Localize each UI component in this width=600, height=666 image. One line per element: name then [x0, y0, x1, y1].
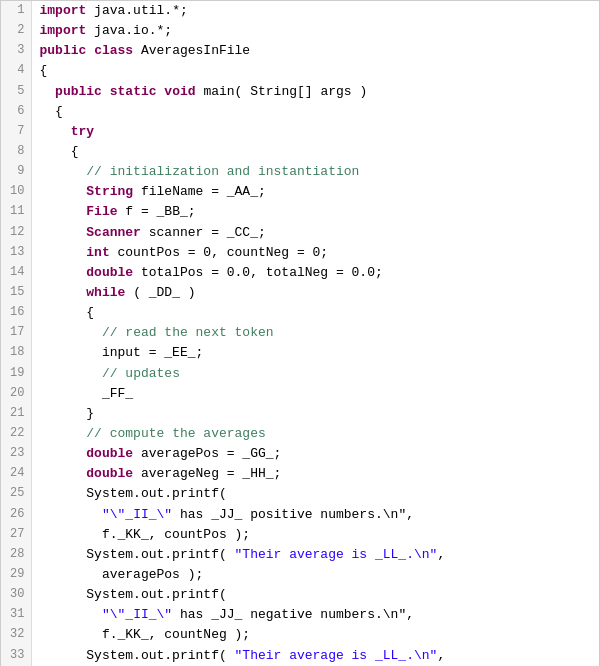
code-token	[40, 466, 87, 481]
code-table: 1import java.util.*;2import java.io.*;3p…	[1, 1, 599, 666]
line-number: 2	[1, 21, 31, 41]
table-row: 22 // compute the averages	[1, 424, 599, 444]
table-row: 2import java.io.*;	[1, 21, 599, 41]
line-number: 9	[1, 162, 31, 182]
line-number: 23	[1, 444, 31, 464]
line-code: {	[31, 142, 599, 162]
line-code: File f = _BB_;	[31, 202, 599, 222]
code-token: System.out.printf(	[40, 648, 235, 663]
code-token	[102, 84, 110, 99]
line-number: 5	[1, 82, 31, 102]
table-row: 32 f._KK_, countNeg );	[1, 625, 599, 645]
line-number: 4	[1, 61, 31, 81]
line-code: {	[31, 303, 599, 323]
line-number: 11	[1, 202, 31, 222]
table-row: 27 f._KK_, countPos );	[1, 525, 599, 545]
table-row: 17 // read the next token	[1, 323, 599, 343]
code-token: has _JJ_ positive numbers.\n",	[172, 507, 414, 522]
line-code: System.out.printf( "Their average is _LL…	[31, 646, 599, 666]
code-token: ,	[437, 648, 445, 663]
code-token: f._KK_, countPos );	[40, 527, 251, 542]
code-token: {	[40, 63, 48, 78]
code-token: {	[40, 144, 79, 159]
line-code: public class AveragesInFile	[31, 41, 599, 61]
line-code: // initialization and instantiation	[31, 162, 599, 182]
table-row: 11 File f = _BB_;	[1, 202, 599, 222]
table-row: 24 double averageNeg = _HH_;	[1, 464, 599, 484]
comment: // compute the averages	[86, 426, 265, 441]
code-token: countPos = 0, countNeg = 0;	[110, 245, 328, 260]
line-number: 16	[1, 303, 31, 323]
code-token	[40, 285, 87, 300]
code-token: main( String[] args )	[196, 84, 368, 99]
table-row: 6 {	[1, 102, 599, 122]
code-token: }	[40, 406, 95, 421]
line-number: 25	[1, 484, 31, 504]
comment: // updates	[102, 366, 180, 381]
line-code: // read the next token	[31, 323, 599, 343]
keyword: try	[71, 124, 94, 139]
code-token	[40, 204, 87, 219]
line-code: System.out.printf( "Their average is _LL…	[31, 545, 599, 565]
code-token: totalPos = 0.0, totalNeg = 0.0;	[133, 265, 383, 280]
line-number: 31	[1, 605, 31, 625]
code-token: scanner = _CC_;	[141, 225, 266, 240]
line-code: {	[31, 61, 599, 81]
line-code: public static void main( String[] args )	[31, 82, 599, 102]
line-number: 26	[1, 505, 31, 525]
line-number: 6	[1, 102, 31, 122]
code-token	[40, 184, 87, 199]
line-number: 17	[1, 323, 31, 343]
table-row: 15 while ( _DD_ )	[1, 283, 599, 303]
table-row: 29 averagePos );	[1, 565, 599, 585]
line-number: 3	[1, 41, 31, 61]
code-token	[40, 265, 87, 280]
code-token: {	[40, 305, 95, 320]
line-code: Scanner scanner = _CC_;	[31, 223, 599, 243]
line-code: }	[31, 404, 599, 424]
code-token	[40, 245, 87, 260]
keyword: class	[94, 43, 133, 58]
line-code: String fileName = _AA_;	[31, 182, 599, 202]
code-token: ,	[437, 547, 445, 562]
line-number: 30	[1, 585, 31, 605]
line-number: 19	[1, 364, 31, 384]
keyword: int	[86, 245, 109, 260]
code-token: f = _BB_;	[118, 204, 196, 219]
table-row: 18 input = _EE_;	[1, 343, 599, 363]
table-row: 20 _FF_	[1, 384, 599, 404]
keyword: File	[86, 204, 117, 219]
code-token: averagePos );	[40, 567, 204, 582]
keyword: import	[40, 3, 87, 18]
line-code: try	[31, 122, 599, 142]
code-token	[40, 124, 71, 139]
line-code: "\"_II_\" has _JJ_ negative numbers.\n",	[31, 605, 599, 625]
line-number: 18	[1, 343, 31, 363]
code-token	[40, 225, 87, 240]
code-token: _FF_	[40, 386, 134, 401]
line-code: // compute the averages	[31, 424, 599, 444]
code-token	[40, 325, 102, 340]
keyword: Scanner	[86, 225, 141, 240]
table-row: 5 public static void main( String[] args…	[1, 82, 599, 102]
table-row: 13 int countPos = 0, countNeg = 0;	[1, 243, 599, 263]
table-row: 8 {	[1, 142, 599, 162]
code-token: ( _DD_ )	[125, 285, 195, 300]
keyword: while	[86, 285, 125, 300]
code-token	[40, 164, 87, 179]
table-row: 3public class AveragesInFile	[1, 41, 599, 61]
table-row: 25 System.out.printf(	[1, 484, 599, 504]
keyword: String	[86, 184, 133, 199]
table-row: 21 }	[1, 404, 599, 424]
code-token	[40, 607, 102, 622]
code-token: f._KK_, countNeg );	[40, 627, 251, 642]
line-code: import java.io.*;	[31, 21, 599, 41]
line-code: double averagePos = _GG_;	[31, 444, 599, 464]
table-row: 12 Scanner scanner = _CC_;	[1, 223, 599, 243]
line-code: _FF_	[31, 384, 599, 404]
table-row: 14 double totalPos = 0.0, totalNeg = 0.0…	[1, 263, 599, 283]
code-token: averageNeg = _HH_;	[133, 466, 281, 481]
line-code: "\"_II_\" has _JJ_ positive numbers.\n",	[31, 505, 599, 525]
line-code: import java.util.*;	[31, 1, 599, 21]
line-code: System.out.printf(	[31, 585, 599, 605]
